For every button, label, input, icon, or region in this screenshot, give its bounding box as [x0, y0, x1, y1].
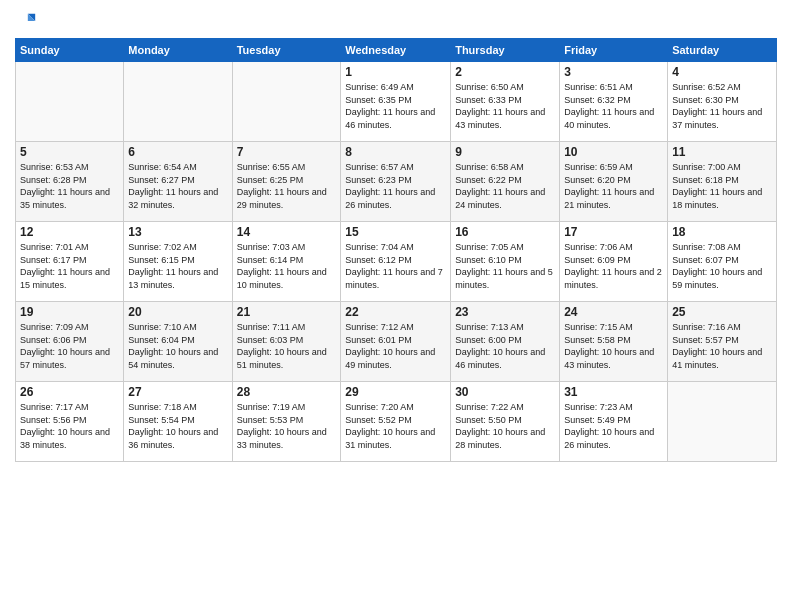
day-number: 5 [20, 145, 119, 159]
calendar-header-row: SundayMondayTuesdayWednesdayThursdayFrid… [16, 39, 777, 62]
day-header-wednesday: Wednesday [341, 39, 451, 62]
day-info: Sunrise: 7:06 AM Sunset: 6:09 PM Dayligh… [564, 241, 663, 291]
day-number: 1 [345, 65, 446, 79]
page: SundayMondayTuesdayWednesdayThursdayFrid… [0, 0, 792, 612]
day-info: Sunrise: 7:04 AM Sunset: 6:12 PM Dayligh… [345, 241, 446, 291]
calendar-cell: 1Sunrise: 6:49 AM Sunset: 6:35 PM Daylig… [341, 62, 451, 142]
calendar-cell: 18Sunrise: 7:08 AM Sunset: 6:07 PM Dayli… [668, 222, 777, 302]
day-number: 15 [345, 225, 446, 239]
day-info: Sunrise: 7:23 AM Sunset: 5:49 PM Dayligh… [564, 401, 663, 451]
calendar-cell: 9Sunrise: 6:58 AM Sunset: 6:22 PM Daylig… [451, 142, 560, 222]
day-info: Sunrise: 7:01 AM Sunset: 6:17 PM Dayligh… [20, 241, 119, 291]
day-info: Sunrise: 7:09 AM Sunset: 6:06 PM Dayligh… [20, 321, 119, 371]
calendar-cell [16, 62, 124, 142]
day-number: 18 [672, 225, 772, 239]
calendar-cell: 4Sunrise: 6:52 AM Sunset: 6:30 PM Daylig… [668, 62, 777, 142]
day-header-monday: Monday [124, 39, 232, 62]
calendar-cell: 5Sunrise: 6:53 AM Sunset: 6:28 PM Daylig… [16, 142, 124, 222]
day-number: 17 [564, 225, 663, 239]
calendar-cell: 29Sunrise: 7:20 AM Sunset: 5:52 PM Dayli… [341, 382, 451, 462]
calendar-cell: 2Sunrise: 6:50 AM Sunset: 6:33 PM Daylig… [451, 62, 560, 142]
header [15, 10, 777, 32]
calendar-cell: 14Sunrise: 7:03 AM Sunset: 6:14 PM Dayli… [232, 222, 341, 302]
day-info: Sunrise: 7:15 AM Sunset: 5:58 PM Dayligh… [564, 321, 663, 371]
calendar-cell: 12Sunrise: 7:01 AM Sunset: 6:17 PM Dayli… [16, 222, 124, 302]
calendar-cell: 10Sunrise: 6:59 AM Sunset: 6:20 PM Dayli… [560, 142, 668, 222]
day-info: Sunrise: 7:19 AM Sunset: 5:53 PM Dayligh… [237, 401, 337, 451]
day-number: 31 [564, 385, 663, 399]
day-info: Sunrise: 7:17 AM Sunset: 5:56 PM Dayligh… [20, 401, 119, 451]
day-header-friday: Friday [560, 39, 668, 62]
day-number: 30 [455, 385, 555, 399]
calendar-cell: 17Sunrise: 7:06 AM Sunset: 6:09 PM Dayli… [560, 222, 668, 302]
day-number: 20 [128, 305, 227, 319]
calendar-cell [668, 382, 777, 462]
day-number: 23 [455, 305, 555, 319]
day-info: Sunrise: 6:49 AM Sunset: 6:35 PM Dayligh… [345, 81, 446, 131]
day-number: 3 [564, 65, 663, 79]
calendar-cell: 23Sunrise: 7:13 AM Sunset: 6:00 PM Dayli… [451, 302, 560, 382]
day-info: Sunrise: 7:11 AM Sunset: 6:03 PM Dayligh… [237, 321, 337, 371]
calendar-cell: 8Sunrise: 6:57 AM Sunset: 6:23 PM Daylig… [341, 142, 451, 222]
calendar-cell: 13Sunrise: 7:02 AM Sunset: 6:15 PM Dayli… [124, 222, 232, 302]
day-info: Sunrise: 6:57 AM Sunset: 6:23 PM Dayligh… [345, 161, 446, 211]
day-info: Sunrise: 7:02 AM Sunset: 6:15 PM Dayligh… [128, 241, 227, 291]
day-number: 8 [345, 145, 446, 159]
calendar-cell: 24Sunrise: 7:15 AM Sunset: 5:58 PM Dayli… [560, 302, 668, 382]
calendar-cell: 3Sunrise: 6:51 AM Sunset: 6:32 PM Daylig… [560, 62, 668, 142]
calendar-week-0: 1Sunrise: 6:49 AM Sunset: 6:35 PM Daylig… [16, 62, 777, 142]
day-number: 28 [237, 385, 337, 399]
day-number: 7 [237, 145, 337, 159]
day-number: 27 [128, 385, 227, 399]
day-info: Sunrise: 7:08 AM Sunset: 6:07 PM Dayligh… [672, 241, 772, 291]
day-number: 2 [455, 65, 555, 79]
calendar-cell: 7Sunrise: 6:55 AM Sunset: 6:25 PM Daylig… [232, 142, 341, 222]
day-header-saturday: Saturday [668, 39, 777, 62]
day-info: Sunrise: 6:59 AM Sunset: 6:20 PM Dayligh… [564, 161, 663, 211]
calendar-cell: 25Sunrise: 7:16 AM Sunset: 5:57 PM Dayli… [668, 302, 777, 382]
calendar-week-1: 5Sunrise: 6:53 AM Sunset: 6:28 PM Daylig… [16, 142, 777, 222]
calendar-table: SundayMondayTuesdayWednesdayThursdayFrid… [15, 38, 777, 462]
day-info: Sunrise: 7:12 AM Sunset: 6:01 PM Dayligh… [345, 321, 446, 371]
day-info: Sunrise: 6:51 AM Sunset: 6:32 PM Dayligh… [564, 81, 663, 131]
calendar-cell: 27Sunrise: 7:18 AM Sunset: 5:54 PM Dayli… [124, 382, 232, 462]
day-number: 24 [564, 305, 663, 319]
day-info: Sunrise: 6:53 AM Sunset: 6:28 PM Dayligh… [20, 161, 119, 211]
day-number: 9 [455, 145, 555, 159]
calendar-cell: 6Sunrise: 6:54 AM Sunset: 6:27 PM Daylig… [124, 142, 232, 222]
day-info: Sunrise: 7:10 AM Sunset: 6:04 PM Dayligh… [128, 321, 227, 371]
calendar-cell [232, 62, 341, 142]
calendar-cell: 11Sunrise: 7:00 AM Sunset: 6:18 PM Dayli… [668, 142, 777, 222]
day-info: Sunrise: 6:54 AM Sunset: 6:27 PM Dayligh… [128, 161, 227, 211]
calendar-cell: 16Sunrise: 7:05 AM Sunset: 6:10 PM Dayli… [451, 222, 560, 302]
calendar-cell: 28Sunrise: 7:19 AM Sunset: 5:53 PM Dayli… [232, 382, 341, 462]
day-number: 12 [20, 225, 119, 239]
day-info: Sunrise: 7:03 AM Sunset: 6:14 PM Dayligh… [237, 241, 337, 291]
calendar-week-2: 12Sunrise: 7:01 AM Sunset: 6:17 PM Dayli… [16, 222, 777, 302]
day-number: 4 [672, 65, 772, 79]
day-number: 6 [128, 145, 227, 159]
day-info: Sunrise: 6:55 AM Sunset: 6:25 PM Dayligh… [237, 161, 337, 211]
day-header-thursday: Thursday [451, 39, 560, 62]
logo-icon [15, 10, 37, 32]
day-number: 10 [564, 145, 663, 159]
calendar-cell: 30Sunrise: 7:22 AM Sunset: 5:50 PM Dayli… [451, 382, 560, 462]
calendar-cell: 31Sunrise: 7:23 AM Sunset: 5:49 PM Dayli… [560, 382, 668, 462]
day-info: Sunrise: 7:16 AM Sunset: 5:57 PM Dayligh… [672, 321, 772, 371]
day-number: 11 [672, 145, 772, 159]
day-info: Sunrise: 7:18 AM Sunset: 5:54 PM Dayligh… [128, 401, 227, 451]
day-info: Sunrise: 6:52 AM Sunset: 6:30 PM Dayligh… [672, 81, 772, 131]
day-header-sunday: Sunday [16, 39, 124, 62]
calendar-cell: 21Sunrise: 7:11 AM Sunset: 6:03 PM Dayli… [232, 302, 341, 382]
day-number: 14 [237, 225, 337, 239]
day-info: Sunrise: 7:05 AM Sunset: 6:10 PM Dayligh… [455, 241, 555, 291]
calendar-week-3: 19Sunrise: 7:09 AM Sunset: 6:06 PM Dayli… [16, 302, 777, 382]
day-info: Sunrise: 6:58 AM Sunset: 6:22 PM Dayligh… [455, 161, 555, 211]
day-info: Sunrise: 7:13 AM Sunset: 6:00 PM Dayligh… [455, 321, 555, 371]
calendar-cell: 15Sunrise: 7:04 AM Sunset: 6:12 PM Dayli… [341, 222, 451, 302]
calendar-cell: 19Sunrise: 7:09 AM Sunset: 6:06 PM Dayli… [16, 302, 124, 382]
day-number: 29 [345, 385, 446, 399]
day-info: Sunrise: 7:22 AM Sunset: 5:50 PM Dayligh… [455, 401, 555, 451]
logo [15, 10, 41, 32]
day-number: 13 [128, 225, 227, 239]
